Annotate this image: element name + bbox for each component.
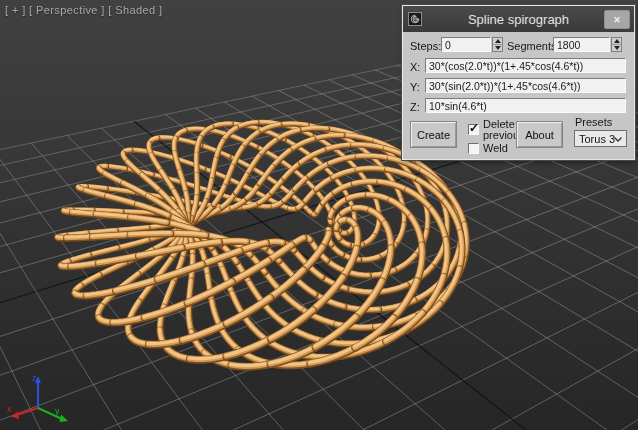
check-icon: ✓ [469,121,479,135]
z-expression-label: Z: [410,101,420,113]
segments-spinner[interactable] [611,37,622,52]
x-expression-input[interactable] [425,58,626,73]
x-arrowhead-icon [11,412,19,420]
y-expression-label: Y: [410,81,420,93]
y-expression-input[interactable] [425,78,626,93]
spirograph-icon [408,12,422,26]
spinner-up-icon[interactable] [614,39,620,43]
steps-label: Steps: [410,40,441,52]
dialog-titlebar[interactable]: Spline spirograph ✕ [403,6,634,32]
spinner-down-icon[interactable] [495,46,501,50]
weld-checkbox[interactable] [468,143,479,154]
x-expression-label: X: [410,61,420,73]
world-axis-tripod: z x y [6,370,76,428]
x-axis: x [7,404,38,419]
x-axis-label: x [7,404,12,414]
z-axis-label: z [32,373,37,383]
close-button[interactable]: ✕ [604,10,630,29]
spline-spirograph-dialog: Spline spirograph ✕ Steps: Segments: X: … [402,5,635,160]
spinner-down-icon[interactable] [614,46,620,50]
viewport-label[interactable]: [ + ] [ Perspective ] [ Shaded ] [5,4,162,16]
z-expression-input[interactable] [425,98,626,113]
presets-value: Torus 3 [579,133,615,145]
chevron-down-icon [614,137,622,142]
delete-previous-checkbox[interactable]: ✓ [468,124,479,135]
presets-label: Presets [575,116,612,128]
y-axis: y [38,406,68,422]
segments-label: Segments: [507,40,560,52]
steps-input[interactable] [441,37,491,52]
spinner-up-icon[interactable] [495,39,501,43]
y-axis-label: y [55,406,60,416]
y-arrowhead-icon [60,415,69,423]
about-button[interactable]: About [516,121,563,148]
z-axis: z [32,373,41,408]
close-icon: ✕ [613,15,621,25]
dialog-body: Steps: Segments: X: Y: Z: Create ✓ Delet… [403,32,634,159]
steps-spinner[interactable] [492,37,503,52]
presets-dropdown[interactable]: Torus 3 [574,130,627,147]
create-button[interactable]: Create [410,121,457,148]
segments-input[interactable] [553,37,610,52]
dialog-title: Spline spirograph [403,12,634,27]
weld-label: Weld [483,143,508,154]
